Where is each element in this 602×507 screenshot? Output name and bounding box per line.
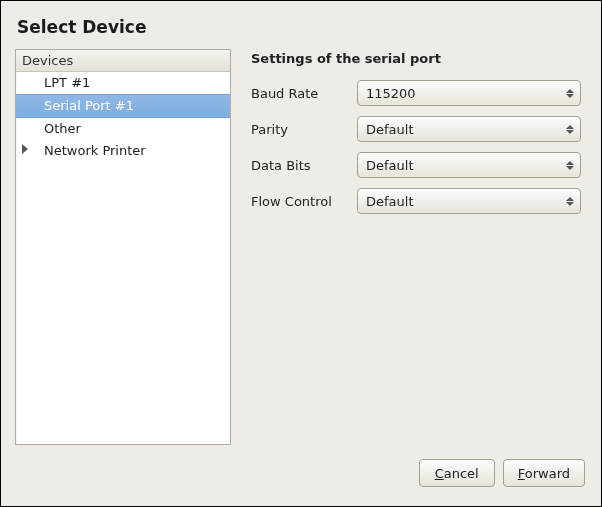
data-bits-value: Default xyxy=(366,158,414,173)
parity-combobox[interactable]: Default xyxy=(357,116,581,142)
device-item-serial-port-1[interactable]: Serial Port #1 xyxy=(16,94,230,118)
content-area: Devices LPT #1 Serial Port #1 Other Netw… xyxy=(15,49,587,445)
device-item-label: LPT #1 xyxy=(44,75,90,90)
settings-panel: Settings of the serial port Baud Rate 11… xyxy=(251,49,587,445)
forward-rest: orward xyxy=(525,466,570,481)
spin-icon xyxy=(566,89,574,98)
parity-label: Parity xyxy=(251,122,349,137)
device-item-label: Serial Port #1 xyxy=(44,98,134,113)
dialog-button-row: Cancel Forward xyxy=(15,459,587,487)
devices-tree[interactable]: Devices LPT #1 Serial Port #1 Other Netw… xyxy=(15,49,231,445)
spin-icon xyxy=(566,197,574,206)
baud-rate-value: 115200 xyxy=(366,86,416,101)
expand-icon[interactable] xyxy=(22,144,28,154)
device-item-label: Network Printer xyxy=(44,143,146,158)
devices-tree-header: Devices xyxy=(16,50,230,72)
parity-value: Default xyxy=(366,122,414,137)
data-bits-combobox[interactable]: Default xyxy=(357,152,581,178)
settings-heading: Settings of the serial port xyxy=(251,51,587,66)
device-item-network-printer[interactable]: Network Printer xyxy=(16,140,230,162)
flow-control-value: Default xyxy=(366,194,414,209)
device-item-other[interactable]: Other xyxy=(16,118,230,140)
spin-icon xyxy=(566,125,574,134)
baud-rate-combobox[interactable]: 115200 xyxy=(357,80,581,106)
device-item-lpt1[interactable]: LPT #1 xyxy=(16,72,230,94)
cancel-button[interactable]: Cancel xyxy=(419,459,495,487)
forward-mnemonic: F xyxy=(518,466,525,481)
dialog-window: Select Device Devices LPT #1 Serial Port… xyxy=(1,1,601,499)
settings-grid: Baud Rate 115200 Parity Default Data Bit… xyxy=(251,80,581,214)
data-bits-label: Data Bits xyxy=(251,158,349,173)
flow-control-combobox[interactable]: Default xyxy=(357,188,581,214)
forward-button[interactable]: Forward xyxy=(503,459,585,487)
spin-icon xyxy=(566,161,574,170)
flow-control-label: Flow Control xyxy=(251,194,349,209)
baud-rate-label: Baud Rate xyxy=(251,86,349,101)
devices-tree-body: LPT #1 Serial Port #1 Other Network Prin… xyxy=(16,72,230,162)
dialog-title: Select Device xyxy=(17,17,587,37)
cancel-mnemonic: C xyxy=(435,466,444,481)
device-item-label: Other xyxy=(44,121,81,136)
cancel-rest: ancel xyxy=(444,466,479,481)
